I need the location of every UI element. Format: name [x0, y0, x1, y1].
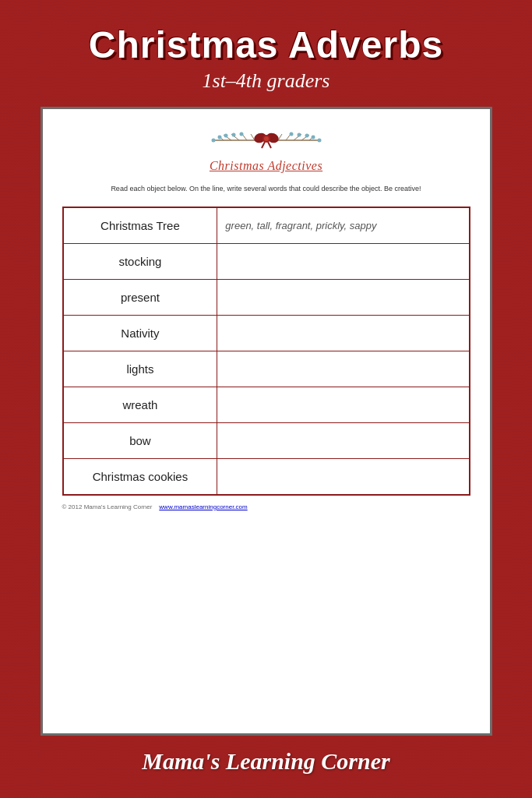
svg-point-16 — [239, 132, 243, 136]
row-label: wreath — [63, 387, 217, 422]
worksheet-title: Christmas Adjectives — [210, 159, 322, 173]
row-answer — [217, 458, 470, 495]
row-answer — [217, 243, 470, 279]
subtitle: 1st–4th graders — [203, 69, 330, 93]
svg-point-13 — [217, 136, 221, 139]
footer-url[interactable]: www.mamaslearningcorner.com — [159, 503, 247, 510]
row-label: stocking — [63, 243, 217, 279]
svg-point-15 — [231, 133, 235, 137]
main-title: Christmas Adverbs — [89, 23, 443, 66]
svg-line-4 — [251, 134, 255, 140]
worksheet-table: Christmas Treegreen, tall, fragrant, pri… — [62, 207, 470, 496]
svg-point-19 — [305, 134, 308, 138]
worksheet: Christmas Adjectives Read each object be… — [41, 107, 492, 736]
row-label: Christmas cookies — [63, 458, 217, 495]
table-row: Christmas Treegreen, tall, fragrant, pri… — [63, 207, 470, 244]
table-row: Nativity — [63, 315, 470, 351]
svg-point-20 — [297, 133, 301, 137]
row-answer — [217, 422, 470, 458]
row-label: present — [63, 279, 217, 315]
svg-point-18 — [311, 136, 315, 139]
footer-copyright: © 2012 Mama's Learning Corner — [62, 503, 153, 510]
svg-line-26 — [262, 142, 265, 148]
row-answer — [217, 387, 470, 422]
worksheet-instructions: Read each object below. On the line, wri… — [62, 184, 470, 194]
svg-point-14 — [224, 134, 227, 138]
row-label: lights — [63, 351, 217, 387]
table-row: stocking — [63, 243, 470, 279]
table-row: lights — [63, 351, 470, 387]
svg-line-10 — [278, 134, 282, 140]
row-answer — [217, 279, 470, 315]
svg-point-21 — [289, 132, 293, 136]
row-label: Nativity — [63, 315, 217, 351]
svg-line-27 — [268, 142, 271, 148]
row-answer — [217, 315, 470, 351]
row-label: bow — [63, 422, 217, 458]
svg-point-25 — [264, 136, 269, 141]
row-label: Christmas Tree — [63, 207, 217, 244]
table-row: bow — [63, 422, 470, 458]
table-row: wreath — [63, 387, 470, 422]
branch-decoration — [196, 125, 336, 156]
table-row: present — [63, 279, 470, 315]
table-row: Christmas cookies — [63, 458, 470, 495]
svg-point-17 — [317, 139, 321, 143]
worksheet-header: Christmas Adjectives — [62, 125, 470, 173]
bottom-title: Mama's Learning Corner — [142, 748, 389, 775]
row-answer — [217, 351, 470, 387]
row-answer: green, tall, fragrant, prickly, sappy — [217, 207, 470, 244]
svg-point-12 — [211, 139, 215, 143]
worksheet-footer: © 2012 Mama's Learning Corner www.mamasl… — [62, 503, 470, 510]
